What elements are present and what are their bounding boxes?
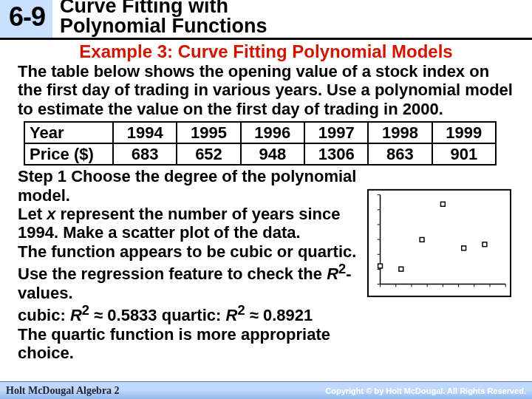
step-line: Let x represent the number of years sinc… — [18, 205, 363, 242]
table-cell: 1995 — [177, 122, 240, 143]
svg-rect-21 — [420, 238, 424, 242]
table-cell: 1997 — [304, 122, 368, 143]
footer-bar: Holt McDougal Algebra 2 Copyright © by H… — [0, 381, 532, 399]
step-line: The quartic function is more appropriate… — [18, 325, 363, 363]
table-cell: 1306 — [304, 143, 368, 165]
table-cell: 683 — [113, 143, 177, 165]
svg-rect-23 — [462, 246, 466, 250]
svg-rect-19 — [378, 265, 383, 269]
table-cell: 948 — [241, 143, 304, 165]
table-cell: 901 — [432, 143, 496, 165]
table-cell: 652 — [177, 143, 240, 165]
copyright-text: Copyright © by Holt McDougal. All Rights… — [325, 386, 526, 395]
title-line-2: Polynomial Functions — [60, 15, 267, 37]
lesson-title: Curve Fitting with Polynomial Functions — [52, 0, 267, 38]
table-cell: 1994 — [113, 122, 177, 143]
example-heading: Example 3: Curve Fitting Polynomial Mode… — [0, 41, 532, 62]
table-cell: 1999 — [432, 122, 496, 143]
step-line: cubic: R2 ≈ 0.5833 quartic: R2 ≈ 0.8921 — [18, 302, 363, 325]
table-row: Price ($) 683 652 948 1306 863 901 — [24, 143, 496, 165]
publisher-text: Holt McDougal Algebra 2 — [6, 385, 120, 397]
year-label: Year — [24, 122, 113, 143]
table-cell: 863 — [368, 143, 432, 165]
svg-rect-22 — [440, 202, 445, 207]
svg-rect-20 — [399, 267, 403, 272]
intro-text: The table below shows the opening value … — [18, 62, 517, 118]
svg-rect-0 — [368, 190, 511, 296]
step-text: Step 1 Choose the degree of the polynomi… — [18, 167, 367, 362]
scatter-plot — [367, 188, 511, 299]
price-label: Price ($) — [24, 143, 113, 165]
table-row: Year 1994 1995 1996 1997 1998 1999 — [24, 122, 496, 143]
step-line: Use the regression feature to check the … — [18, 261, 363, 302]
table-cell: 1996 — [241, 122, 304, 143]
step-line: Step 1 Choose the degree of the polynomi… — [18, 167, 363, 205]
step-line: The function appears to be cubic or quar… — [18, 242, 363, 261]
svg-rect-24 — [482, 242, 487, 247]
lesson-header: 6-9 Curve Fitting with Polynomial Functi… — [0, 0, 532, 40]
data-table: Year 1994 1995 1996 1997 1998 1999 Price… — [24, 121, 497, 166]
table-cell: 1998 — [368, 122, 432, 143]
section-number: 6-9 — [0, 0, 52, 38]
